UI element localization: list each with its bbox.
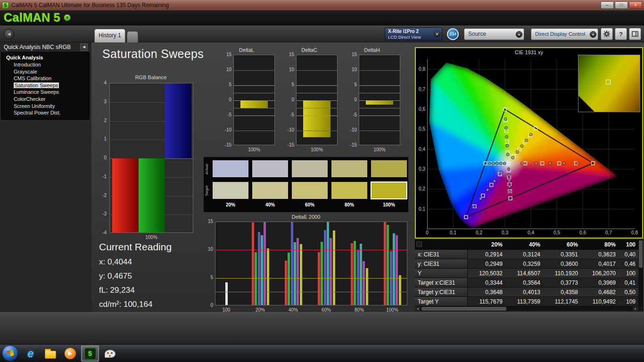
- sidebar-item-grayscale[interactable]: Grayscale: [1, 68, 89, 75]
- table-row-label: Y: [415, 269, 468, 278]
- deltae-bar: [366, 268, 368, 305]
- tree-root-quick-analysis[interactable]: Quick Analysis: [1, 54, 89, 61]
- deltae-bar: [393, 233, 395, 305]
- sidebar-collapse-icon[interactable]: ◀: [80, 43, 88, 51]
- sidebar-tree-items: IntroductionGrayscaleCMS CalibrationSatu…: [1, 61, 89, 116]
- meter-dropdown[interactable]: X-Rite i1Pro 2 LCD Direct View ▼: [385, 27, 442, 41]
- play-icon: ▶: [68, 350, 72, 356]
- scroll-right-icon[interactable]: ▸: [633, 306, 638, 311]
- delta-e-title: DeltaE 2000: [204, 214, 408, 220]
- windows-flag-icon: [6, 349, 14, 357]
- deltae-bar: [300, 244, 302, 305]
- y-tick-label: 15: [352, 52, 357, 58]
- settings-button[interactable]: [601, 28, 613, 40]
- deltae-plot: [215, 222, 407, 305]
- measured-marker-blue: [500, 171, 503, 173]
- y-tick-label: -5: [227, 112, 231, 118]
- table-row-label: Target Y: [415, 297, 468, 306]
- grid-line: [234, 108, 274, 108]
- deltae-bar: [288, 253, 290, 305]
- table-column-header: 100: [619, 239, 638, 250]
- tab-new-stub[interactable]: [127, 31, 138, 42]
- deltae-bar: [363, 261, 365, 305]
- table-cell: 0,50: [619, 288, 638, 297]
- grid-line: [215, 250, 407, 250]
- start-button[interactable]: [2, 345, 18, 362]
- chevron-down-icon[interactable]: ▼: [516, 31, 522, 38]
- table-header-row: 20%40%60%80%100: [415, 239, 643, 250]
- sidebar-item-saturation-sweeps[interactable]: Saturation Sweeps: [1, 82, 89, 89]
- table-cell: 113,7359: [505, 297, 543, 306]
- table-horizontal-scrollbar[interactable]: ◂ ▸: [415, 306, 638, 311]
- minimize-button[interactable]: –: [601, 1, 614, 9]
- measured-marker-cyan: [492, 162, 495, 165]
- layout-button[interactable]: [629, 28, 641, 40]
- delta-c-chart: DeltaC -15-10-5051015 100%: [280, 47, 339, 154]
- titlebar[interactable]: 5 CalMAN 5 CalMAN Ultimate for Business …: [0, 0, 644, 10]
- grid-line: [359, 108, 400, 108]
- scroll-thumb[interactable]: [639, 240, 643, 268]
- scroll-left-icon[interactable]: ◂: [415, 306, 421, 311]
- table-corner-cell: [415, 239, 468, 250]
- taskbar-item-calman[interactable]: 5: [81, 346, 99, 362]
- y-tick-label: 5: [354, 82, 357, 88]
- y-tick-label: -4: [102, 230, 107, 236]
- measured-marker-magenta: [507, 168, 510, 171]
- actual-swatch-60%: [291, 160, 328, 178]
- window-title: CalMAN 5 CalMAN Ultimate for Business 13…: [11, 2, 598, 8]
- nav-back-icon[interactable]: ◀: [4, 29, 14, 39]
- grid-line: [359, 70, 400, 71]
- taskbar-item-explorer[interactable]: [41, 346, 59, 362]
- deltae-bar: [318, 252, 320, 305]
- table-cell: 0,3351: [543, 250, 581, 259]
- grid-line: [234, 85, 274, 86]
- deltae-ylabels: 051015: [205, 222, 214, 305]
- delta-bar: [240, 100, 268, 108]
- deltae-bar: [252, 222, 254, 305]
- source-dropdown[interactable]: Source ▼: [464, 28, 524, 40]
- y-tick-label: -15: [225, 142, 231, 148]
- y-tick-label: -10: [350, 127, 357, 133]
- close-button[interactable]: ×: [629, 1, 642, 9]
- grid-line: [359, 131, 400, 131]
- help-button[interactable]: ?: [615, 28, 627, 40]
- taskbar-item-ie[interactable]: e: [22, 346, 40, 362]
- deltae-bar: [321, 242, 323, 305]
- cie-x-tick-label: 0,1: [446, 230, 460, 235]
- sidebar-item-cms-calibration[interactable]: CMS Calibration: [1, 75, 89, 82]
- logo-dropdown-icon[interactable]: ▼: [64, 14, 71, 21]
- deltae-bar: [291, 222, 293, 305]
- sidebar-item-screen-uniformity[interactable]: Screen Uniformity: [1, 103, 89, 110]
- table-cell: 0,3773: [543, 278, 581, 288]
- cie-y-tick-label: 0,4: [419, 147, 425, 152]
- toolbar: ◀ History 1 X-Rite i1Pro 2 LCD Direct Vi…: [0, 25, 644, 42]
- gear-icon: [603, 30, 611, 38]
- help-icon: ?: [619, 29, 623, 40]
- measured-marker-yellow: [520, 145, 523, 148]
- deltae-bar: [327, 222, 329, 305]
- sidebar-item-colorchecker[interactable]: ColorChecker: [1, 96, 89, 103]
- delta-c-ylabels: -15-10-5051015: [281, 55, 295, 145]
- deltae-bar: [360, 244, 362, 305]
- table-cell: 0,3969: [581, 278, 619, 288]
- tab-history-1[interactable]: History 1: [94, 29, 125, 42]
- deltae-bar: [399, 275, 401, 305]
- table-vertical-scrollbar[interactable]: [638, 239, 643, 306]
- chevron-down-icon[interactable]: ▼: [434, 31, 440, 37]
- taskbar-item-media-player[interactable]: ▶: [61, 346, 79, 362]
- sidebar-item-spectral-power-dist-[interactable]: Spectral Power Dist.: [1, 109, 89, 116]
- taskbar-item-paint[interactable]: [101, 346, 119, 362]
- grid-line: [359, 115, 400, 116]
- grid-line: [215, 278, 407, 279]
- grid-line: [234, 70, 274, 71]
- maximize-button[interactable]: □: [615, 1, 628, 9]
- inset-target-marker: [606, 80, 611, 84]
- sidebar-item-luminance-sweeps[interactable]: Luminance Sweeps: [1, 89, 89, 96]
- sidebar-item-introduction[interactable]: Introduction: [1, 61, 89, 68]
- y-tick-label: 0: [210, 303, 213, 308]
- delta-h-chart: DeltaH -15-10-5051015 100%: [343, 47, 401, 154]
- cie-y-tick-label: 0,2: [419, 186, 425, 191]
- display-control-dropdown[interactable]: Direct Display Control ▼: [531, 28, 598, 40]
- scroll-thumb[interactable]: [421, 307, 506, 311]
- chevron-down-icon[interactable]: ▼: [590, 31, 596, 38]
